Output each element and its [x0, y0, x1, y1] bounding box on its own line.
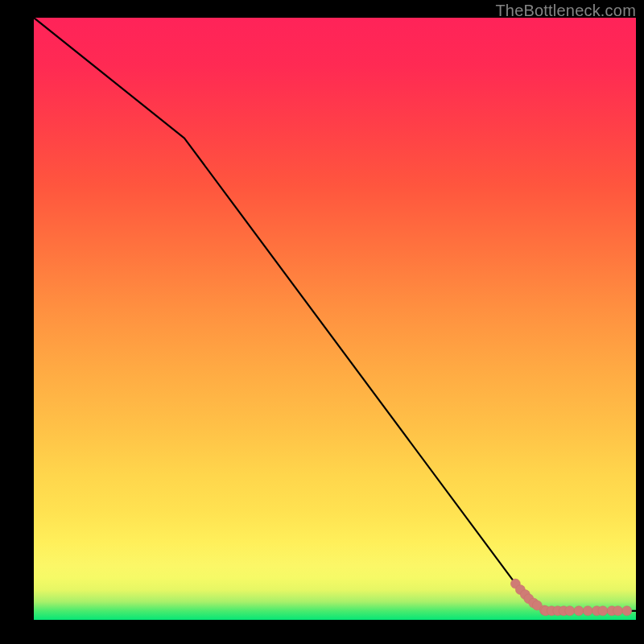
- marker-point: [574, 606, 584, 616]
- plot-area: [34, 18, 636, 620]
- marker-points: [510, 579, 631, 616]
- marker-point: [583, 606, 592, 616]
- marker-point: [613, 606, 623, 616]
- marker-point: [598, 606, 608, 616]
- curve-path: [34, 18, 636, 611]
- chart-overlay: [34, 18, 636, 620]
- chart-canvas: TheBottleneck.com: [0, 0, 644, 644]
- marker-point: [565, 606, 575, 616]
- watermark-text: TheBottleneck.com: [495, 2, 636, 20]
- marker-point: [622, 606, 632, 616]
- curve-line: [34, 18, 636, 611]
